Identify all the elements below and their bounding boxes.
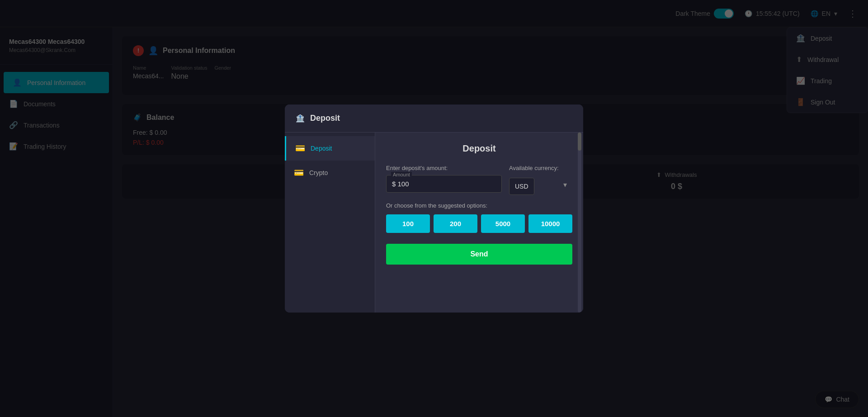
- modal-title: Deposit: [310, 114, 340, 123]
- modal-sidebar: 💳 Deposit 💳 Crypto: [285, 133, 375, 313]
- crypto-tab-icon: 💳: [294, 168, 304, 178]
- amount-field-label: Amount: [391, 172, 412, 177]
- modal-main-content: Deposit Enter deposit's amount: Amount A…: [375, 133, 583, 313]
- modal-scrollbar[interactable]: [578, 133, 581, 313]
- preset-amounts: 100 200 5000 10000: [386, 214, 572, 233]
- preset-200[interactable]: 200: [434, 214, 477, 233]
- send-button[interactable]: Send: [386, 244, 572, 265]
- preset-5000[interactable]: 5000: [481, 214, 525, 233]
- currency-label: Available currency:: [509, 165, 572, 171]
- preset-100[interactable]: 100: [386, 214, 430, 233]
- deposit-modal: 🏦 Deposit 💳 Deposit 💳 Crypto Deposit: [285, 104, 583, 313]
- amount-input[interactable]: [392, 180, 496, 188]
- options-label: Or choose from the suggested options:: [386, 202, 572, 209]
- deposit-tab-label: Deposit: [311, 145, 332, 152]
- currency-select[interactable]: USD EUR GBP: [509, 178, 534, 195]
- modal-header: 🏦 Deposit: [285, 104, 583, 133]
- amount-label: Enter deposit's amount:: [386, 165, 502, 171]
- preset-10000[interactable]: 10000: [528, 214, 572, 233]
- amount-input-wrapper: Amount: [386, 175, 502, 193]
- modal-body: 💳 Deposit 💳 Crypto Deposit Enter deposit…: [285, 133, 583, 313]
- modal-tab-deposit[interactable]: 💳 Deposit: [285, 136, 375, 161]
- modal-header-icon: 🏦: [296, 114, 305, 123]
- modal-tab-crypto[interactable]: 💳 Crypto: [285, 161, 375, 185]
- scrollbar-thumb: [578, 133, 581, 151]
- crypto-tab-label: Crypto: [309, 169, 328, 176]
- modal-overlay[interactable]: 🏦 Deposit 💳 Deposit 💳 Crypto Deposit: [0, 0, 868, 417]
- deposit-tab-icon: 💳: [295, 143, 305, 153]
- currency-select-container: USD EUR GBP ▾: [509, 174, 572, 195]
- modal-content-title: Deposit: [386, 143, 572, 154]
- select-arrow-icon: ▾: [563, 180, 567, 189]
